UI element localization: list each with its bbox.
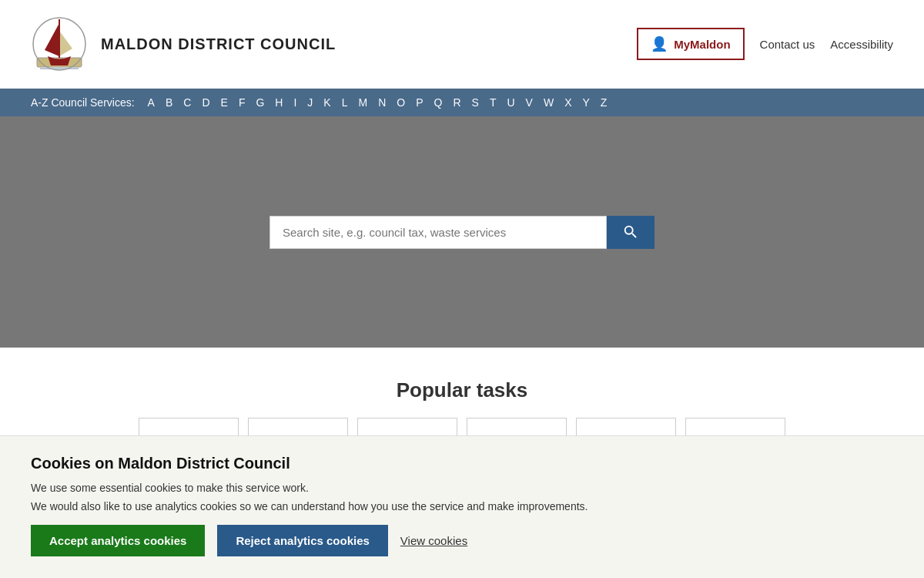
search-icon <box>622 223 639 240</box>
az-nav: A-Z Council Services: ABCDEFGHIJKLMNOPQR… <box>0 89 924 116</box>
header-left: MALDON DISTRICT COUNCIL <box>31 12 336 77</box>
az-letter-c[interactable]: C <box>179 95 195 110</box>
contact-link[interactable]: Contact us <box>760 38 815 51</box>
az-letter-u[interactable]: U <box>503 95 518 110</box>
az-letter-f[interactable]: F <box>235 95 249 110</box>
az-letter-z[interactable]: Z <box>597 95 611 110</box>
site-title: MALDON DISTRICT COUNCIL <box>101 35 336 53</box>
accessibility-link[interactable]: Accessibility <box>830 38 893 51</box>
search-bar <box>270 216 654 249</box>
az-letter-s[interactable]: S <box>468 95 483 110</box>
az-letter-b[interactable]: B <box>162 95 176 110</box>
az-letter-n[interactable]: N <box>374 95 390 110</box>
site-header: MALDON DISTRICT COUNCIL 👤 MyMaldon Conta… <box>0 0 924 89</box>
az-letter-k[interactable]: K <box>320 95 334 110</box>
az-label: A-Z Council Services: <box>31 96 135 109</box>
az-letter-i[interactable]: I <box>290 95 300 110</box>
az-letter-w[interactable]: W <box>540 95 557 110</box>
az-letter-l[interactable]: L <box>338 95 352 110</box>
cookie-banner-title: Cookies on Maldon District Council <box>31 455 893 472</box>
az-letter-x[interactable]: X <box>561 95 575 110</box>
popular-tasks-title: Popular tasks <box>31 378 893 402</box>
user-icon: 👤 <box>651 35 668 52</box>
az-letter-y[interactable]: Y <box>578 95 593 110</box>
az-letter-j[interactable]: J <box>303 95 316 110</box>
az-letter-a[interactable]: A <box>144 95 159 110</box>
az-letter-o[interactable]: O <box>393 95 409 110</box>
az-letter-q[interactable]: Q <box>430 95 447 110</box>
search-button[interactable] <box>607 216 654 249</box>
site-logo <box>31 12 89 77</box>
az-letter-h[interactable]: H <box>271 95 286 110</box>
hero-section <box>0 116 924 348</box>
header-right: 👤 MyMaldon Contact us Accessibility <box>637 28 893 60</box>
az-letter-p[interactable]: P <box>412 95 427 110</box>
az-letter-e[interactable]: E <box>217 95 232 110</box>
az-links: ABCDEFGHIJKLMNOPQRSTUVWXYZ <box>144 95 611 110</box>
mymaldon-button[interactable]: 👤 MyMaldon <box>637 28 744 60</box>
cookie-banner: Cookies on Maldon District Council We us… <box>0 435 924 472</box>
az-letter-v[interactable]: V <box>522 95 537 110</box>
search-input[interactable] <box>270 216 607 249</box>
mymaldon-label: MyMaldon <box>674 38 730 51</box>
az-letter-r[interactable]: R <box>449 95 464 110</box>
az-letter-g[interactable]: G <box>252 95 268 110</box>
az-letter-d[interactable]: D <box>198 95 213 110</box>
az-letter-m[interactable]: M <box>354 95 371 110</box>
az-letter-t[interactable]: T <box>486 95 500 110</box>
